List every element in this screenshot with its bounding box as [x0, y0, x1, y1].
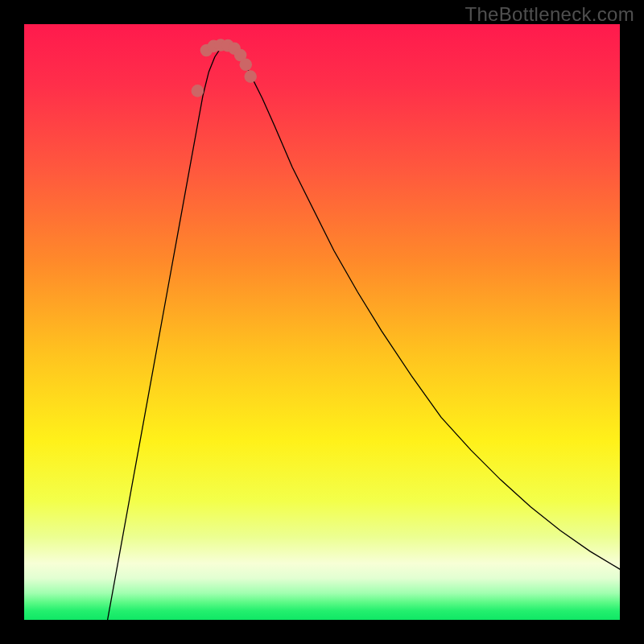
chart-svg [24, 24, 620, 620]
marker-dot [192, 85, 204, 97]
plot-area [24, 24, 620, 620]
marker-dot [244, 70, 257, 83]
chart-frame: TheBottleneck.com [0, 0, 644, 644]
gradient-rect [24, 24, 620, 620]
watermark-text: TheBottleneck.com [464, 3, 634, 26]
marker-dot [240, 59, 253, 72]
